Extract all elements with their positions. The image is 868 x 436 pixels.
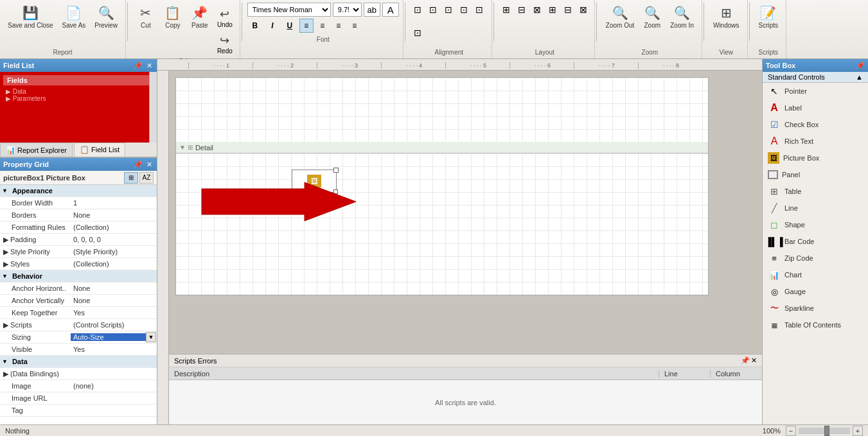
layout-btn-3[interactable]: ⊠ [530,3,544,17]
prop-keep-together-name: Keep Together [0,309,71,317]
field-list-scrollbar[interactable] [149,72,157,143]
align-center-button[interactable]: ≡ [315,19,330,33]
toolbox-item-richtext[interactable]: A Rich Text [763,133,868,150]
align-top-right-button[interactable]: ⊡ [441,3,456,17]
align-middle-right-button[interactable]: ⊡ [411,26,425,40]
save-as-button[interactable]: 📄 Save As [58,3,90,31]
toolbox-item-line[interactable]: ╱ Line [763,200,868,216]
prop-image-value[interactable]: (none) [71,382,157,390]
toolbox-checkbox-label: Check Box [784,121,819,128]
windows-button[interactable]: ⊞ Windows [709,3,743,31]
zoom-minus-button[interactable]: − [786,426,796,436]
prop-grid-pin-button[interactable]: 📌 [132,161,144,169]
field-list-pin-button[interactable]: 📌 [132,62,144,70]
toolbox-item-table[interactable]: ⊞ Table [763,183,868,200]
align-top-left-button[interactable]: ⊡ [411,3,425,17]
preview-item-1[interactable]: ▶ Data [3,88,154,95]
sort-category-button[interactable]: ⊞ [124,172,138,184]
align-justify-button[interactable]: ≡ [348,19,362,33]
cut-button[interactable]: ✂ Cut [133,3,159,31]
prop-scripts-name[interactable]: ▶ Scripts [0,321,71,329]
prop-anchor-horiz-value[interactable]: None [71,284,157,292]
font-highlight-button[interactable]: ab [364,3,380,17]
pb-top-right-handle[interactable] [333,168,339,173]
prop-padding-name[interactable]: ▶ Padding [0,236,71,244]
font-color-button[interactable]: A [382,3,399,17]
prop-keep-together-value[interactable]: Yes [71,309,157,317]
toolbox-item-zipcode[interactable]: ≡ Zip Code [763,250,868,266]
canvas-content[interactable]: ▼ ⊞ Detail 🖼 [169,71,762,354]
prop-scripts-value[interactable]: (Control Scripts) [71,321,157,329]
zoom-slider-thumb[interactable] [824,426,829,436]
prop-padding-value[interactable]: 0, 0, 0, 0 [71,236,157,243]
italic-button[interactable]: I [265,19,280,33]
toolbox-pin-button[interactable]: 📌 [856,62,865,70]
prop-style-priority-name[interactable]: ▶ Style Priority [0,248,71,256]
prop-formatting-rules-value[interactable]: (Collection) [71,223,157,231]
layout-btn-5[interactable]: ⊟ [561,3,575,17]
zoom-button[interactable]: 🔍 Zoom [639,3,665,31]
toolbox-item-shape[interactable]: ◻ Shape [763,216,868,233]
align-top-center-button[interactable]: ⊡ [426,3,440,17]
underline-button[interactable]: U [282,19,297,33]
prop-grid-close-button[interactable]: ✕ [145,161,154,169]
preview-button[interactable]: 🔍 Preview [91,3,121,31]
section-behavior[interactable]: ▼ Behavior [0,270,157,283]
font-size-select[interactable]: 9.75 [333,3,362,17]
layout-btn-6[interactable]: ⊠ [576,3,590,17]
zoom-slider[interactable] [799,428,850,434]
save-close-button[interactable]: 💾 Save and Close [4,3,57,31]
bottom-band-area[interactable] [176,231,708,295]
align-middle-left-button[interactable]: ⊡ [457,3,471,17]
toolbox-item-checkbox[interactable]: ☑ Check Box [763,116,868,133]
zoom-plus-button[interactable]: + [853,426,863,436]
prop-visible-value[interactable]: Yes [71,345,157,353]
scripts-errors-close-button[interactable]: ✕ [751,356,757,365]
canvas-scroll-area[interactable]: ▼ ⊞ Detail 🖼 [157,71,762,424]
toolbox-item-sparkline[interactable]: 〜 Sparkline [763,300,868,317]
layout-btn-2[interactable]: ⊟ [515,3,529,17]
prop-anchor-vert-value[interactable]: None [71,297,157,304]
zoom-out-button[interactable]: 🔍 Zoom Out [602,3,638,31]
align-left-button[interactable]: ≡ [299,19,314,33]
sort-alpha-button[interactable]: AZ [139,172,154,184]
bold-button[interactable]: B [247,19,263,33]
prop-style-priority-value[interactable]: (Style Priority) [71,248,157,256]
layout-btn-1[interactable]: ⊞ [499,3,513,17]
redo-button[interactable]: ↪ Redo [214,31,236,57]
tab-report-explorer[interactable]: 📊 Report Explorer [0,143,73,157]
scripts-button[interactable]: 📝 Scripts [755,3,783,31]
copy-button[interactable]: 📋 Copy [160,3,186,31]
section-appearance[interactable]: ▼ Appearance [0,185,157,197]
font-name-select[interactable]: Times New Roman [247,3,331,17]
scripts-errors-pin-button[interactable]: 📌 [741,356,750,365]
tab-field-list[interactable]: 📋 Field List [74,143,125,157]
align-right-button[interactable]: ≡ [332,19,346,33]
prop-data-bindings-name[interactable]: ▶ (Data Bindings) [0,370,71,378]
prop-styles-name[interactable]: ▶ Styles [0,260,71,268]
top-band-area[interactable] [176,78,708,142]
section-data[interactable]: ▼ Data [0,356,157,368]
align-middle-center-button[interactable]: ⊡ [472,3,486,17]
field-list-close-button[interactable]: ✕ [145,62,154,70]
prop-styles-value[interactable]: (Collection) [71,260,157,268]
toolbox-item-label[interactable]: A Label [763,100,868,116]
prop-border-width-value[interactable]: 1 [71,199,157,207]
undo-button[interactable]: ↩ Undo [214,5,236,30]
toolbox-item-barcode[interactable]: ▐▌▐ Bar Code [763,233,868,250]
toolbox-item-picturebox[interactable]: 🖼 Picture Box [763,150,868,166]
toolbox-section-header[interactable]: Standard Controls ▲ [763,72,868,83]
preview-item-2[interactable]: ▶ Parameters [3,95,154,102]
zoom-in-button[interactable]: 🔍 Zoom In [666,3,698,31]
paste-button[interactable]: 📌 Paste [187,3,213,31]
layout-btn-4[interactable]: ⊞ [545,3,560,17]
toolbox-item-toc[interactable]: ≣ Table Of Contents [763,317,868,333]
toolbox-item-chart[interactable]: 📊 Chart [763,266,868,283]
detail-band-area[interactable]: 🖼 [176,153,708,231]
toolbox-item-panel[interactable]: Panel [763,166,868,183]
toolbox-item-pointer[interactable]: ↖ Pointer [763,83,868,100]
toolbox-item-gauge[interactable]: ◎ Gauge [763,283,868,300]
prop-borders-value[interactable]: None [71,211,157,219]
prop-sizing-value[interactable]: Auto-Size [71,333,146,341]
prop-sizing-dropdown-button[interactable]: ▼ [146,332,156,342]
